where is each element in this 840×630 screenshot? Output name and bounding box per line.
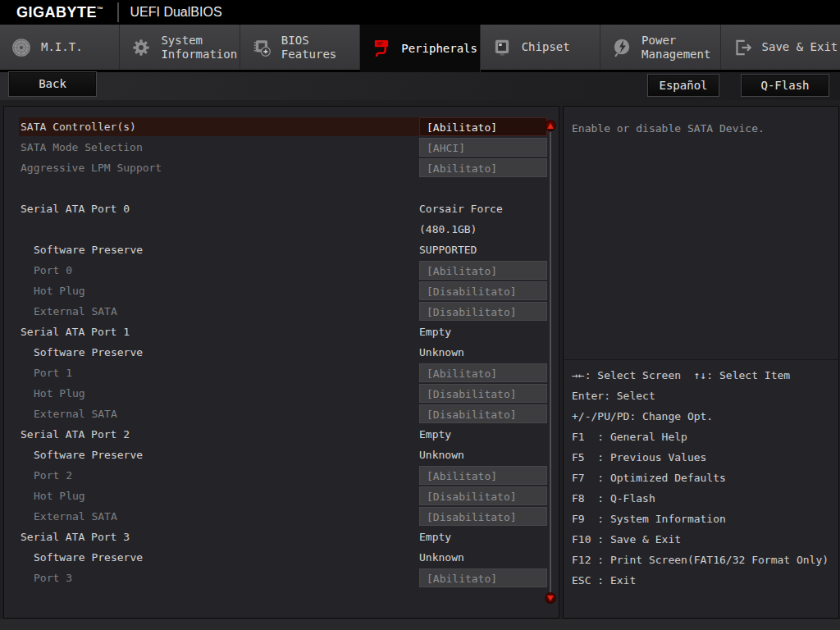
setting-value: [Abilitato]: [419, 466, 547, 485]
bios-screen: GIGABYTE™ UEFI DualBIOS M.I.T. System In…: [0, 0, 840, 630]
setting-value: [Abilitato]: [419, 363, 547, 382]
item-help-text: Enable or disable SATA Device.: [572, 118, 832, 139]
table-row: Hot Plug [Disabilitato]: [4, 486, 559, 506]
table-row: Hot Plug [Disabilitato]: [4, 281, 559, 301]
setting-label: Port 1: [34, 363, 72, 383]
setting-value: [Abilitato]: [419, 158, 547, 177]
setting-value: [Abilitato]: [419, 568, 547, 587]
tab-chipset[interactable]: Chipset: [481, 25, 600, 70]
mit-icon: [10, 36, 33, 59]
setting-value: [Disabilitato]: [419, 302, 547, 321]
gear-icon: [130, 36, 153, 59]
setting-value: [Disabilitato]: [419, 507, 547, 526]
topbar-divider: [117, 2, 119, 22]
scroll-down-icon: [547, 596, 554, 601]
chip-plus-icon: [250, 36, 273, 59]
setting-value: SUPPORTED: [419, 240, 477, 259]
key-help-line: F9 : System Information: [572, 509, 838, 529]
setting-label: Serial ATA Port 0: [21, 199, 130, 219]
setting-label: External SATA: [34, 506, 117, 527]
setting-value: Unknown: [419, 343, 464, 362]
back-button[interactable]: Back: [8, 71, 97, 97]
settings-panel: SATA Controller(s) [Abilitato] SATA Mode…: [3, 106, 559, 619]
setting-value: [Abilitato]: [419, 261, 547, 280]
setting-label: Port 3: [34, 568, 72, 588]
table-row[interactable]: Serial ATA Port 3 Empty: [4, 527, 559, 547]
tab-bar: M.I.T. System Information BIOS Features …: [0, 25, 840, 72]
setting-label: Software Preserve: [34, 445, 143, 465]
setting-label: Hot Plug: [34, 383, 85, 404]
scroll-up-icon: [547, 123, 554, 129]
settings-list: SATA Controller(s) [Abilitato] SATA Mode…: [4, 116, 559, 588]
key-help-line: Enter: Select: [572, 386, 838, 406]
scrollbar-track[interactable]: [550, 132, 551, 594]
setting-label: External SATA: [34, 404, 117, 424]
setting-label: Serial ATA Port 1: [21, 322, 130, 342]
setting-label: Serial ATA Port 3: [21, 527, 130, 547]
firmware-title: UEFI DualBIOS: [130, 5, 222, 20]
setting-label: Software Preserve: [34, 547, 143, 568]
setting-label: Hot Plug: [34, 281, 85, 301]
setting-value[interactable]: [Abilitato]: [419, 117, 547, 136]
tab-save-exit[interactable]: Save & Exit: [721, 25, 840, 70]
table-row[interactable]: Serial ATA Port 1 Empty: [4, 322, 559, 342]
key-help-line: F7 : Optimized Defaults: [572, 468, 838, 488]
key-help-line: F12 : Print Screen(FAT16/32 Format Only): [572, 550, 838, 570]
table-row: External SATA [Disabilitato]: [4, 404, 559, 424]
setting-label: External SATA: [34, 301, 117, 322]
help-divider: [564, 359, 838, 360]
key-help-line: ESC : Exit: [572, 570, 838, 591]
table-row[interactable]: Software Preserve SUPPORTED: [4, 240, 559, 260]
trademark-symbol: ™: [97, 6, 104, 13]
table-row[interactable]: Serial ATA Port 0 Corsair Force: [4, 199, 559, 219]
setting-value: Empty: [419, 425, 451, 444]
setting-label: Hot Plug: [34, 486, 85, 506]
setting-value: [Disabilitato]: [419, 281, 547, 300]
tab-peripherals[interactable]: Peripherals: [360, 25, 480, 72]
bottom-strip: [0, 619, 840, 630]
table-row: Port 2 [Abilitato]: [4, 465, 559, 486]
key-help-line: F8 : Q-Flash: [572, 488, 838, 509]
qflash-button[interactable]: Q-Flash: [741, 74, 829, 97]
setting-value: (480.1GB): [419, 220, 477, 239]
power-icon: [610, 36, 633, 59]
tab-bios-features[interactable]: BIOS Features: [240, 25, 360, 70]
setting-label: Software Preserve: [34, 342, 143, 363]
table-row: SATA Mode Selection [AHCI]: [4, 137, 559, 158]
setting-value: [Disabilitato]: [419, 404, 547, 423]
setting-label: SATA Controller(s): [21, 116, 136, 137]
table-row[interactable]: (480.1GB): [4, 219, 559, 240]
chipset-icon: [491, 36, 514, 59]
language-button[interactable]: Español: [647, 74, 719, 97]
table-row: External SATA [Disabilitato]: [4, 301, 559, 322]
table-row[interactable]: Software Preserve Unknown: [4, 445, 559, 465]
tab-mit[interactable]: M.I.T.: [0, 25, 120, 70]
scroll-up-button[interactable]: [545, 120, 556, 131]
table-row[interactable]: Software Preserve Unknown: [4, 342, 559, 363]
table-row[interactable]: Serial ATA Port 2 Empty: [4, 424, 559, 445]
table-row: Port 0 [Abilitato]: [4, 260, 559, 281]
sub-toolbar: Back Español Q-Flash: [0, 72, 840, 100]
setting-value: Empty: [419, 527, 451, 546]
gigabyte-logo: GIGABYTE™: [16, 4, 104, 21]
row-spacer: [4, 178, 559, 199]
setting-value: Unknown: [419, 445, 464, 464]
setting-value: Unknown: [419, 548, 464, 567]
setting-label: Aggressive LPM Support: [21, 158, 162, 178]
top-bar: GIGABYTE™ UEFI DualBIOS: [0, 0, 840, 25]
key-help-list: →←: Select Screen ↑↓: Select ItemEnter: …: [572, 365, 838, 591]
tab-power-management[interactable]: Power Management: [600, 25, 720, 70]
setting-label: Serial ATA Port 2: [21, 424, 130, 445]
table-row: Aggressive LPM Support [Abilitato]: [4, 158, 559, 178]
setting-label: Port 2: [34, 465, 72, 486]
table-row[interactable]: SATA Controller(s) [Abilitato]: [4, 116, 559, 137]
table-row: Port 3 [Abilitato]: [4, 568, 559, 588]
key-help-line: F10 : Save & Exit: [572, 529, 838, 550]
scroll-down-button[interactable]: [545, 592, 556, 604]
key-help-line: F1 : General Help: [572, 427, 838, 447]
setting-label: Port 0: [34, 260, 72, 281]
table-row: Port 1 [Abilitato]: [4, 363, 559, 383]
tab-system-information[interactable]: System Information: [120, 25, 240, 70]
table-row[interactable]: Software Preserve Unknown: [4, 547, 559, 568]
setting-value: [Disabilitato]: [419, 384, 547, 403]
